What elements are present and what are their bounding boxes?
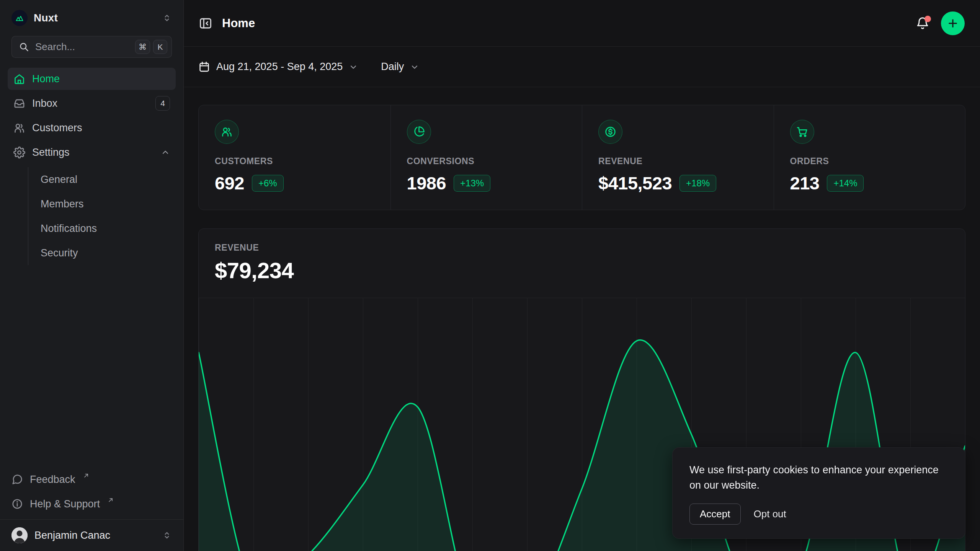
sidebar-item-notifications[interactable]: Notifications: [28, 216, 176, 241]
kbd-cmd: ⌘: [135, 40, 150, 54]
pie-chart-icon: [407, 120, 431, 144]
shopping-cart-icon: [790, 120, 814, 144]
kbd-k: K: [153, 40, 167, 54]
header-actions: [916, 11, 965, 35]
sidebar-item-inbox[interactable]: Inbox 4: [8, 92, 176, 114]
collapse-sidebar-button[interactable]: [198, 16, 213, 31]
search-shortcut: ⌘ K: [135, 40, 167, 54]
nuxt-logo-icon: [11, 10, 28, 26]
external-link-icon: [108, 497, 114, 503]
chevron-down-icon: [349, 62, 358, 72]
sidebar-nav: Home Inbox 4 Customers: [8, 68, 176, 265]
gear-icon: [13, 147, 25, 158]
chevron-down-icon: [410, 62, 419, 72]
stat-value: $415,523: [598, 173, 672, 194]
sidebar: Nuxt Search... ⌘ K Home: [0, 0, 184, 551]
toolbar: Aug 21, 2025 - Sep 4, 2025 Daily: [184, 47, 980, 87]
notifications-button[interactable]: [916, 16, 929, 30]
sidebar-item-general[interactable]: General: [28, 167, 176, 192]
stat-card-revenue: REVENUE $415,523 +18%: [582, 105, 774, 210]
user-menu[interactable]: Benjamin Canac: [0, 519, 183, 551]
calendar-icon: [198, 61, 210, 73]
plus-icon: [947, 17, 959, 29]
search-input[interactable]: Search... ⌘ K: [11, 36, 172, 58]
inbox-icon: [13, 98, 25, 109]
revenue-chart-label: REVENUE: [215, 243, 949, 253]
cookie-message: We use first-party cookies to enhance yo…: [689, 462, 948, 493]
panel-left-icon: [198, 16, 213, 31]
stat-delta-badge: +14%: [827, 175, 864, 192]
granularity-label: Daily: [381, 61, 404, 73]
external-link-icon: [83, 473, 89, 479]
sidebar-item-members[interactable]: Members: [28, 192, 176, 216]
users-icon: [13, 122, 25, 134]
stat-label: REVENUE: [598, 156, 758, 166]
workspace-name: Nuxt: [34, 12, 58, 24]
info-circle-icon: [11, 498, 23, 510]
sidebar-item-label: Home: [32, 73, 60, 85]
accept-button[interactable]: Accept: [689, 504, 741, 525]
feedback-label: Feedback: [30, 474, 75, 486]
settings-subnav: General Members Notifications Security: [28, 167, 176, 265]
chevron-up-icon: [161, 148, 170, 157]
cookie-banner: We use first-party cookies to enhance yo…: [672, 447, 965, 539]
date-range-picker[interactable]: Aug 21, 2025 - Sep 4, 2025: [198, 61, 358, 73]
opt-out-button[interactable]: Opt out: [754, 508, 786, 520]
workspace-chevrons-icon[interactable]: [162, 13, 172, 23]
add-button[interactable]: [941, 11, 965, 35]
sidebar-footer-links: Feedback Help & Support: [11, 469, 172, 515]
stat-delta-badge: +6%: [252, 175, 284, 192]
stat-value: 213: [790, 173, 820, 194]
users-icon: [215, 120, 239, 144]
search-placeholder: Search...: [35, 41, 75, 53]
sidebar-item-customers[interactable]: Customers: [8, 117, 176, 139]
search-icon: [19, 42, 29, 52]
avatar: [11, 527, 28, 543]
sidebar-item-settings[interactable]: Settings: [8, 141, 176, 163]
feedback-link[interactable]: Feedback: [11, 469, 172, 490]
revenue-chart-header: REVENUE $79,234: [199, 229, 965, 283]
date-range-label: Aug 21, 2025 - Sep 4, 2025: [216, 61, 343, 73]
revenue-chart-value: $79,234: [215, 258, 949, 283]
dollar-circle-icon: [598, 120, 622, 144]
help-support-link[interactable]: Help & Support: [11, 493, 172, 515]
sidebar-item-label: Settings: [32, 147, 70, 158]
stat-label: CONVERSIONS: [407, 156, 566, 166]
home-icon: [13, 73, 25, 85]
stat-card-conversions: CONVERSIONS 1986 +13%: [390, 105, 582, 210]
sidebar-item-security[interactable]: Security: [28, 241, 176, 265]
cookie-actions: Accept Opt out: [689, 504, 948, 525]
user-chevrons-icon[interactable]: [162, 530, 172, 540]
granularity-select[interactable]: Daily: [381, 61, 419, 73]
stat-delta-badge: +18%: [679, 175, 716, 192]
stat-value: 1986: [407, 173, 446, 194]
sidebar-spacer: [0, 265, 183, 469]
speech-bubble-icon: [11, 474, 23, 485]
inbox-count-badge: 4: [155, 96, 170, 111]
stat-value: 692: [215, 173, 244, 194]
workspace-switcher[interactable]: Nuxt: [0, 0, 183, 30]
sidebar-item-label: Inbox: [32, 98, 57, 109]
page-title: Home: [222, 16, 255, 30]
stat-label: ORDERS: [790, 156, 949, 166]
stats-grid: CUSTOMERS 692 +6% CONVERSIONS 1986 +13%: [198, 105, 965, 210]
stat-delta-badge: +13%: [454, 175, 490, 192]
stat-card-customers: CUSTOMERS 692 +6%: [199, 105, 390, 210]
notification-dot: [924, 16, 931, 22]
stat-label: CUSTOMERS: [215, 156, 374, 166]
sidebar-item-home[interactable]: Home: [8, 68, 176, 90]
sidebar-item-label: Customers: [32, 122, 82, 134]
user-name: Benjamin Canac: [34, 530, 110, 541]
help-support-label: Help & Support: [30, 498, 100, 510]
page-header: Home: [184, 0, 980, 47]
stat-card-orders: ORDERS 213 +14%: [774, 105, 965, 210]
